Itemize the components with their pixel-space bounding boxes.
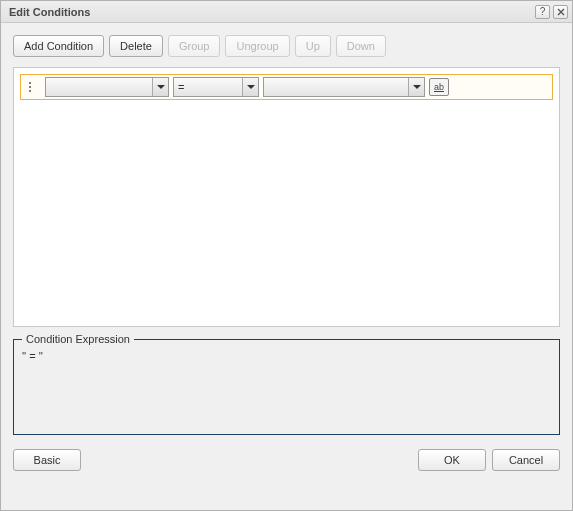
add-condition-button[interactable]: Add Condition [13,35,104,57]
condition-expression-text: '' = '' [22,350,551,362]
ok-button[interactable]: OK [418,449,486,471]
ungroup-button[interactable]: Ungroup [225,35,289,57]
up-button[interactable]: Up [295,35,331,57]
field-select[interactable] [45,77,169,97]
condition-expression-legend: Condition Expression [22,333,134,345]
delete-button[interactable]: Delete [109,35,163,57]
window-title: Edit Conditions [9,6,532,18]
condition-expression-panel: Condition Expression '' = '' [13,339,560,435]
dialog-content: Add Condition Delete Group Ungroup Up Do… [1,23,572,510]
conditions-list: = ab [13,67,560,327]
help-button[interactable]: ? [535,5,550,19]
close-button[interactable] [553,5,568,19]
toolbar: Add Condition Delete Group Ungroup Up Do… [13,35,560,57]
text-mode-button[interactable]: ab [429,78,449,96]
chevron-down-icon [408,78,424,96]
value-select[interactable] [263,77,425,97]
group-button[interactable]: Group [168,35,221,57]
operator-select[interactable]: = [173,77,259,97]
cancel-button[interactable]: Cancel [492,449,560,471]
dialog-footer: Basic OK Cancel [13,449,560,471]
condition-row[interactable]: = ab [20,74,553,100]
titlebar: Edit Conditions ? [1,1,572,23]
chevron-down-icon [242,78,258,96]
operator-select-value: = [174,81,242,93]
drag-handle-icon[interactable] [25,78,35,96]
basic-button[interactable]: Basic [13,449,81,471]
down-button[interactable]: Down [336,35,386,57]
chevron-down-icon [152,78,168,96]
edit-conditions-dialog: Edit Conditions ? Add Condition Delete G… [0,0,573,511]
